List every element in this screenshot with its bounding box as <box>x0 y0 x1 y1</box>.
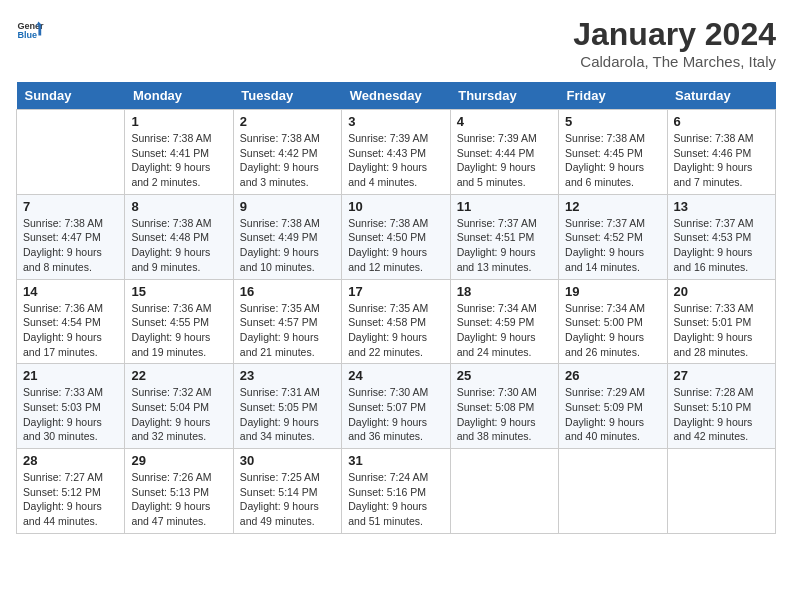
day-info: Sunrise: 7:38 AMSunset: 4:48 PMDaylight:… <box>131 216 226 275</box>
calendar-cell: 21Sunrise: 7:33 AMSunset: 5:03 PMDayligh… <box>17 364 125 449</box>
day-number: 14 <box>23 284 118 299</box>
day-of-week-header: Thursday <box>450 82 558 110</box>
day-number: 11 <box>457 199 552 214</box>
day-number: 20 <box>674 284 769 299</box>
calendar-cell: 1Sunrise: 7:38 AMSunset: 4:41 PMDaylight… <box>125 110 233 195</box>
calendar-cell: 14Sunrise: 7:36 AMSunset: 4:54 PMDayligh… <box>17 279 125 364</box>
day-number: 24 <box>348 368 443 383</box>
day-info: Sunrise: 7:27 AMSunset: 5:12 PMDaylight:… <box>23 470 118 529</box>
day-info: Sunrise: 7:29 AMSunset: 5:09 PMDaylight:… <box>565 385 660 444</box>
calendar-cell: 8Sunrise: 7:38 AMSunset: 4:48 PMDaylight… <box>125 194 233 279</box>
calendar-cell: 29Sunrise: 7:26 AMSunset: 5:13 PMDayligh… <box>125 449 233 534</box>
day-info: Sunrise: 7:36 AMSunset: 4:54 PMDaylight:… <box>23 301 118 360</box>
title-area: January 2024 Caldarola, The Marches, Ita… <box>573 16 776 70</box>
day-number: 6 <box>674 114 769 129</box>
day-number: 21 <box>23 368 118 383</box>
logo-icon: General Blue <box>16 16 44 44</box>
day-info: Sunrise: 7:35 AMSunset: 4:57 PMDaylight:… <box>240 301 335 360</box>
day-number: 5 <box>565 114 660 129</box>
day-number: 23 <box>240 368 335 383</box>
calendar-cell: 9Sunrise: 7:38 AMSunset: 4:49 PMDaylight… <box>233 194 341 279</box>
calendar-cell: 6Sunrise: 7:38 AMSunset: 4:46 PMDaylight… <box>667 110 775 195</box>
day-number: 31 <box>348 453 443 468</box>
day-info: Sunrise: 7:38 AMSunset: 4:50 PMDaylight:… <box>348 216 443 275</box>
calendar-cell: 18Sunrise: 7:34 AMSunset: 4:59 PMDayligh… <box>450 279 558 364</box>
day-info: Sunrise: 7:32 AMSunset: 5:04 PMDaylight:… <box>131 385 226 444</box>
calendar-cell: 2Sunrise: 7:38 AMSunset: 4:42 PMDaylight… <box>233 110 341 195</box>
calendar-cell: 19Sunrise: 7:34 AMSunset: 5:00 PMDayligh… <box>559 279 667 364</box>
calendar-cell: 23Sunrise: 7:31 AMSunset: 5:05 PMDayligh… <box>233 364 341 449</box>
day-number: 19 <box>565 284 660 299</box>
day-number: 28 <box>23 453 118 468</box>
day-info: Sunrise: 7:28 AMSunset: 5:10 PMDaylight:… <box>674 385 769 444</box>
day-info: Sunrise: 7:38 AMSunset: 4:49 PMDaylight:… <box>240 216 335 275</box>
day-info: Sunrise: 7:39 AMSunset: 4:43 PMDaylight:… <box>348 131 443 190</box>
day-info: Sunrise: 7:24 AMSunset: 5:16 PMDaylight:… <box>348 470 443 529</box>
day-of-week-header: Sunday <box>17 82 125 110</box>
svg-text:Blue: Blue <box>17 30 37 40</box>
calendar-cell: 27Sunrise: 7:28 AMSunset: 5:10 PMDayligh… <box>667 364 775 449</box>
day-info: Sunrise: 7:34 AMSunset: 4:59 PMDaylight:… <box>457 301 552 360</box>
day-number: 17 <box>348 284 443 299</box>
calendar-cell: 4Sunrise: 7:39 AMSunset: 4:44 PMDaylight… <box>450 110 558 195</box>
calendar-cell: 16Sunrise: 7:35 AMSunset: 4:57 PMDayligh… <box>233 279 341 364</box>
calendar-header-row: SundayMondayTuesdayWednesdayThursdayFrid… <box>17 82 776 110</box>
calendar-cell <box>17 110 125 195</box>
day-info: Sunrise: 7:38 AMSunset: 4:46 PMDaylight:… <box>674 131 769 190</box>
day-number: 7 <box>23 199 118 214</box>
day-info: Sunrise: 7:33 AMSunset: 5:01 PMDaylight:… <box>674 301 769 360</box>
day-number: 29 <box>131 453 226 468</box>
day-number: 12 <box>565 199 660 214</box>
calendar-cell: 15Sunrise: 7:36 AMSunset: 4:55 PMDayligh… <box>125 279 233 364</box>
calendar-cell: 30Sunrise: 7:25 AMSunset: 5:14 PMDayligh… <box>233 449 341 534</box>
logo: General Blue <box>16 16 44 44</box>
calendar-cell: 26Sunrise: 7:29 AMSunset: 5:09 PMDayligh… <box>559 364 667 449</box>
calendar-cell: 5Sunrise: 7:38 AMSunset: 4:45 PMDaylight… <box>559 110 667 195</box>
day-info: Sunrise: 7:37 AMSunset: 4:53 PMDaylight:… <box>674 216 769 275</box>
day-number: 3 <box>348 114 443 129</box>
day-info: Sunrise: 7:26 AMSunset: 5:13 PMDaylight:… <box>131 470 226 529</box>
day-number: 4 <box>457 114 552 129</box>
day-number: 10 <box>348 199 443 214</box>
day-info: Sunrise: 7:38 AMSunset: 4:47 PMDaylight:… <box>23 216 118 275</box>
day-number: 15 <box>131 284 226 299</box>
calendar-cell: 24Sunrise: 7:30 AMSunset: 5:07 PMDayligh… <box>342 364 450 449</box>
day-of-week-header: Monday <box>125 82 233 110</box>
header: General Blue January 2024 Caldarola, The… <box>16 16 776 70</box>
calendar-week-row: 14Sunrise: 7:36 AMSunset: 4:54 PMDayligh… <box>17 279 776 364</box>
day-info: Sunrise: 7:33 AMSunset: 5:03 PMDaylight:… <box>23 385 118 444</box>
calendar-cell <box>667 449 775 534</box>
calendar-table: SundayMondayTuesdayWednesdayThursdayFrid… <box>16 82 776 534</box>
day-number: 1 <box>131 114 226 129</box>
calendar-cell: 28Sunrise: 7:27 AMSunset: 5:12 PMDayligh… <box>17 449 125 534</box>
day-of-week-header: Wednesday <box>342 82 450 110</box>
day-number: 26 <box>565 368 660 383</box>
calendar-week-row: 28Sunrise: 7:27 AMSunset: 5:12 PMDayligh… <box>17 449 776 534</box>
day-number: 13 <box>674 199 769 214</box>
day-of-week-header: Tuesday <box>233 82 341 110</box>
calendar-cell: 22Sunrise: 7:32 AMSunset: 5:04 PMDayligh… <box>125 364 233 449</box>
day-number: 18 <box>457 284 552 299</box>
day-number: 27 <box>674 368 769 383</box>
day-info: Sunrise: 7:37 AMSunset: 4:52 PMDaylight:… <box>565 216 660 275</box>
calendar-cell: 10Sunrise: 7:38 AMSunset: 4:50 PMDayligh… <box>342 194 450 279</box>
main-title: January 2024 <box>573 16 776 53</box>
day-number: 16 <box>240 284 335 299</box>
calendar-cell: 3Sunrise: 7:39 AMSunset: 4:43 PMDaylight… <box>342 110 450 195</box>
day-number: 2 <box>240 114 335 129</box>
calendar-week-row: 21Sunrise: 7:33 AMSunset: 5:03 PMDayligh… <box>17 364 776 449</box>
day-info: Sunrise: 7:38 AMSunset: 4:42 PMDaylight:… <box>240 131 335 190</box>
day-info: Sunrise: 7:30 AMSunset: 5:08 PMDaylight:… <box>457 385 552 444</box>
day-number: 30 <box>240 453 335 468</box>
calendar-cell: 13Sunrise: 7:37 AMSunset: 4:53 PMDayligh… <box>667 194 775 279</box>
day-of-week-header: Friday <box>559 82 667 110</box>
day-info: Sunrise: 7:36 AMSunset: 4:55 PMDaylight:… <box>131 301 226 360</box>
day-number: 25 <box>457 368 552 383</box>
calendar-cell: 17Sunrise: 7:35 AMSunset: 4:58 PMDayligh… <box>342 279 450 364</box>
calendar-cell: 7Sunrise: 7:38 AMSunset: 4:47 PMDaylight… <box>17 194 125 279</box>
subtitle: Caldarola, The Marches, Italy <box>573 53 776 70</box>
day-info: Sunrise: 7:25 AMSunset: 5:14 PMDaylight:… <box>240 470 335 529</box>
day-info: Sunrise: 7:38 AMSunset: 4:41 PMDaylight:… <box>131 131 226 190</box>
day-number: 8 <box>131 199 226 214</box>
day-info: Sunrise: 7:35 AMSunset: 4:58 PMDaylight:… <box>348 301 443 360</box>
